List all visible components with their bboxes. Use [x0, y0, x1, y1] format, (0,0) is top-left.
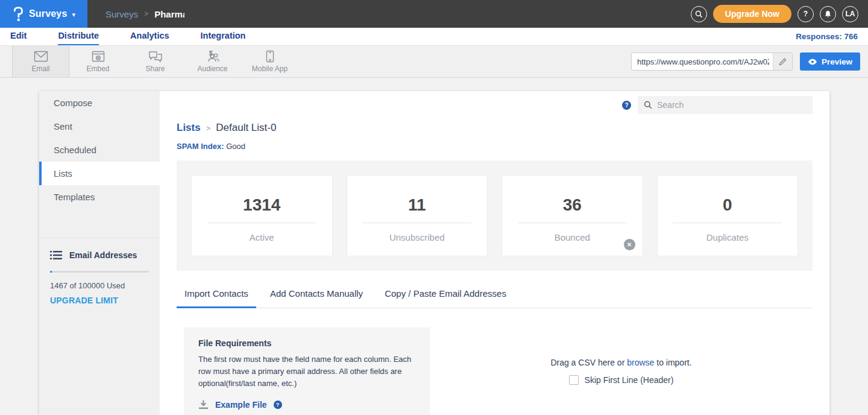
file-requirements-title: File Requirements	[198, 338, 415, 348]
import-contacts-panel: File Requirements The first row must hav…	[177, 328, 813, 415]
remove-bounced-icon[interactable]: ✕	[624, 239, 635, 250]
toolbar-tab-share[interactable]: Share	[127, 46, 184, 77]
page-body: Compose Sent Scheduled Lists Templates E…	[0, 78, 868, 415]
survey-section-nav: Edit Distribute Analytics Integration Re…	[0, 28, 868, 45]
sidebar-item-sent[interactable]: Sent	[39, 115, 160, 138]
survey-url-input[interactable]	[632, 53, 773, 70]
file-requirements-box: File Requirements The first row must hav…	[184, 328, 430, 415]
responses-count[interactable]: Responses: 766	[796, 32, 858, 41]
eye-icon	[808, 59, 817, 65]
current-list-name: Default List-0	[216, 122, 276, 134]
preview-button[interactable]: Preview	[800, 52, 860, 71]
example-file-help-icon[interactable]: ?	[274, 401, 282, 409]
stat-card-active: 1314 Active	[191, 175, 333, 256]
chevron-down-icon: ▾	[72, 11, 76, 19]
example-file-link[interactable]: Example File	[215, 400, 267, 410]
email-icon	[34, 51, 48, 63]
tab-copy-paste-email-addresses[interactable]: Copy / Paste Email Addresses	[377, 288, 514, 308]
file-requirements-body: The first row must have the field name f…	[198, 353, 415, 390]
toolbar-tab-audience[interactable]: $ Audience	[184, 46, 241, 77]
email-addresses-panel: Email Addresses 1467 of 100000 Used UPGR…	[39, 238, 160, 305]
upgrade-now-button[interactable]: Upgrade Now	[713, 5, 791, 23]
toolbar-tab-embed[interactable]: Embed	[69, 46, 127, 77]
csv-dropzone[interactable]: Drag a CSV here or browse to import. Ski…	[430, 328, 813, 415]
topbar: Surveys ▾ Surveys > Pharma Upgrade Now ?…	[0, 0, 868, 28]
embed-icon	[92, 51, 105, 63]
sidebar-item-lists[interactable]: Lists	[39, 162, 160, 185]
nav-tab-distribute[interactable]: Distribute	[58, 28, 99, 45]
distribute-toolbar: Email Embed Share $ Audience Mobile App …	[0, 45, 868, 78]
contact-search	[638, 96, 813, 114]
contacts-tabs: Import Contacts Add Contacts Manually Co…	[177, 288, 813, 308]
lists-breadcrumb-link[interactable]: Lists	[177, 122, 201, 134]
avatar[interactable]: LA	[842, 6, 858, 22]
stat-card-duplicates: 0 Duplicates	[657, 175, 799, 256]
breadcrumb-surveys-link[interactable]: Surveys	[105, 9, 138, 19]
list-detail-main: ? Lists > Default List-0 SPAM Index: Goo…	[160, 91, 829, 415]
spam-index: SPAM Index: Good	[177, 142, 813, 151]
toolbar-tab-mobile-app[interactable]: Mobile App	[241, 46, 298, 77]
nav-tab-edit[interactable]: Edit	[10, 28, 27, 45]
upgrade-limit-link[interactable]: UPGRADE LIMIT	[50, 296, 149, 305]
nav-tab-integration[interactable]: Integration	[201, 28, 246, 45]
list-icon	[50, 250, 62, 260]
address-usage-progressbar	[50, 271, 149, 273]
download-icon	[198, 400, 209, 410]
page-help-icon[interactable]: ?	[622, 101, 631, 110]
search-input[interactable]	[657, 100, 807, 110]
breadcrumb-current-survey: Pharma	[154, 9, 184, 19]
product-label: Surveys	[29, 8, 68, 19]
edit-url-pencil-icon[interactable]	[773, 53, 792, 70]
list-stats-panel: 1314 Active 11 Unsubscribed 36 Bounced ✕…	[177, 160, 813, 271]
email-distribution-card: Compose Sent Scheduled Lists Templates E…	[39, 91, 829, 415]
skip-first-line-label: Skip First Line (Header)	[585, 375, 674, 385]
address-usage-text: 1467 of 100000 Used	[50, 281, 149, 290]
toolbar-right: Preview	[631, 46, 868, 77]
search-icon	[644, 101, 652, 109]
breadcrumb-separator: >	[206, 124, 211, 133]
help-icon[interactable]: ?	[797, 6, 814, 22]
stat-card-bounced: 36 Bounced ✕	[502, 175, 643, 256]
audience-icon: $	[206, 51, 220, 63]
nav-tab-analytics[interactable]: Analytics	[130, 28, 169, 45]
sidebar-item-scheduled[interactable]: Scheduled	[39, 138, 160, 162]
email-addresses-title: Email Addresses	[69, 250, 137, 260]
sidebar-item-compose[interactable]: Compose	[39, 91, 160, 115]
questionpro-logo-icon	[12, 6, 24, 22]
browse-link[interactable]: browse	[627, 358, 654, 367]
topbar-actions: Upgrade Now ? LA	[691, 0, 868, 28]
svg-text:$: $	[209, 51, 213, 57]
search-icon[interactable]	[691, 6, 707, 22]
dropzone-text: Drag a CSV here or browse to import.	[550, 358, 691, 367]
skip-first-line-checkbox[interactable]	[569, 375, 579, 385]
share-icon	[148, 51, 163, 63]
survey-breadcrumb: Surveys > Pharma	[87, 0, 184, 28]
stat-card-unsubscribed: 11 Unsubscribed	[347, 175, 488, 256]
survey-url-field	[631, 52, 793, 71]
email-sidebar: Compose Sent Scheduled Lists Templates E…	[39, 91, 160, 415]
product-switcher[interactable]: Surveys ▾	[0, 0, 87, 28]
sidebar-item-templates[interactable]: Templates	[39, 185, 160, 209]
tab-import-contacts[interactable]: Import Contacts	[177, 288, 256, 308]
toolbar-tab-email[interactable]: Email	[12, 46, 69, 77]
tab-add-contacts-manually[interactable]: Add Contacts Manually	[262, 288, 371, 308]
notifications-bell-icon[interactable]	[820, 6, 836, 22]
breadcrumb-separator: >	[144, 10, 148, 18]
mobile-app-icon	[266, 50, 274, 63]
list-breadcrumb: Lists > Default List-0	[177, 122, 813, 134]
